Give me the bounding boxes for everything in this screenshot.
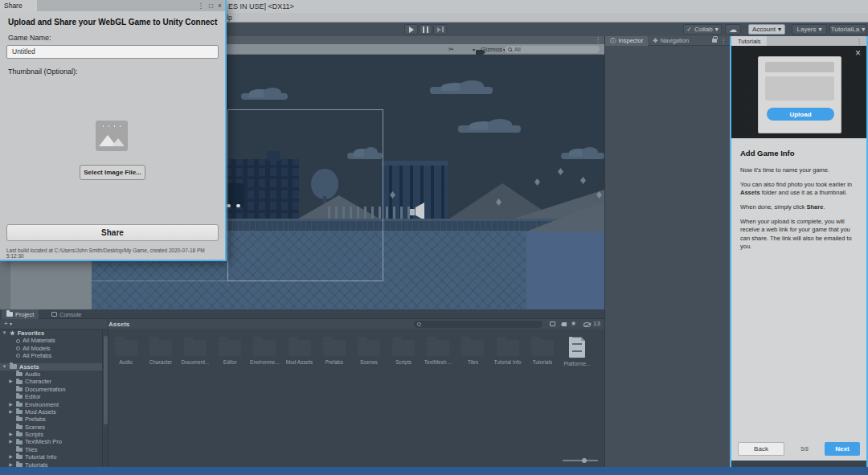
- share-button[interactable]: Share: [6, 224, 219, 241]
- tree-favorites[interactable]: ▼ ★ Favorites: [0, 330, 102, 337]
- search-icon: [16, 346, 20, 350]
- tab-project-label: Project: [15, 311, 34, 318]
- folder-icon: [16, 440, 23, 444]
- tree-item-documentation[interactable]: Documentation: [0, 386, 102, 393]
- tree-item-prefabs[interactable]: Prefabs: [0, 416, 102, 423]
- folder-icon: [10, 364, 17, 369]
- scene-tools-icon[interactable]: ✂: [448, 46, 454, 53]
- status-bar: [0, 467, 868, 475]
- layers-dropdown[interactable]: Layers ▾: [792, 24, 827, 35]
- icon-size-slider[interactable]: [563, 460, 598, 461]
- asset-platformer-file[interactable]: Platforme...: [559, 335, 594, 366]
- chevron-right-icon[interactable]: ▶: [8, 438, 14, 445]
- game-name-input[interactable]: Untitled: [6, 45, 219, 59]
- asset-textmesh[interactable]: TextMesh ...: [421, 335, 456, 366]
- tree-item-label: Scripts: [25, 431, 43, 438]
- tree-assets-root[interactable]: ▼ Assets: [0, 363, 102, 371]
- tab-project[interactable]: Project: [2, 309, 39, 319]
- tree-item-scenes[interactable]: Scenes: [0, 424, 102, 431]
- chevron-right-icon[interactable]: ▶: [8, 461, 14, 467]
- asset-editor[interactable]: Editor: [213, 335, 248, 366]
- back-button[interactable]: Back: [738, 442, 784, 456]
- tree-assets-label: Assets: [19, 363, 39, 371]
- collab-dropdown[interactable]: ✓ Collab ▾: [683, 24, 722, 35]
- panel-menu-icon[interactable]: ⋮: [853, 38, 867, 45]
- step-button[interactable]: [433, 24, 447, 35]
- slider-thumb[interactable]: [582, 458, 587, 463]
- play-button[interactable]: [404, 24, 418, 35]
- chevron-right-icon[interactable]: ▶: [8, 378, 14, 385]
- asset-environment[interactable]: Environme...: [248, 335, 282, 366]
- inspector-panel: ⓘ Inspector ✥ Navigation ⋮: [604, 36, 730, 467]
- asset-audio[interactable]: Audio: [108, 335, 143, 366]
- asset-tutorials[interactable]: Tutorials: [525, 335, 559, 366]
- folder-icon: [531, 340, 554, 356]
- tutorial-illustration-header: × Upload: [731, 46, 866, 138]
- asset-character[interactable]: Character: [143, 335, 178, 366]
- next-button[interactable]: Next: [825, 442, 860, 456]
- tree-item-tutorials[interactable]: ▶Tutorials: [0, 461, 102, 467]
- project-tab-bar: Project Console: [0, 309, 604, 319]
- chevron-down-icon[interactable]: ▾: [473, 47, 475, 52]
- inspector-tab-bar: ⓘ Inspector ✥ Navigation ⋮: [605, 36, 731, 46]
- gizmos-dropdown[interactable]: Gizmos: [481, 46, 502, 53]
- tab-inspector[interactable]: ⓘ Inspector: [605, 36, 648, 46]
- chevron-right-icon[interactable]: ▶: [8, 453, 14, 461]
- tree-item-environment[interactable]: ▶Environment: [0, 401, 102, 408]
- asset-label: Tiles: [468, 359, 478, 365]
- tab-tutorials[interactable]: Tutorials: [731, 36, 767, 46]
- asset-prefabs[interactable]: Prefabs: [317, 335, 351, 366]
- tree-item-tutorial-info[interactable]: ▶Tutorial Info: [0, 453, 102, 461]
- tree-item-all-materials[interactable]: All Materials: [0, 337, 102, 344]
- tree-item-scripts[interactable]: ▶Scripts: [0, 431, 102, 438]
- chevron-down-icon[interactable]: ▼: [2, 363, 7, 371]
- tree-item-editor[interactable]: Editor: [0, 393, 102, 400]
- folder-icon: [16, 395, 23, 399]
- chevron-right-icon[interactable]: ▶: [8, 408, 14, 416]
- project-tree: ▼ ★ Favorites All Materials All Models A…: [0, 330, 102, 467]
- folder-icon: [16, 417, 23, 421]
- tree-item-character[interactable]: ▶Character: [0, 378, 102, 385]
- asset-tiles[interactable]: Tiles: [456, 335, 490, 366]
- close-icon[interactable]: ×: [855, 47, 861, 59]
- asset-scenes[interactable]: Scenes: [351, 335, 386, 366]
- search-icon: [16, 339, 20, 343]
- share-dialog-tab[interactable]: Share: [0, 0, 37, 11]
- tree-item-audio[interactable]: Audio: [0, 371, 102, 378]
- unity-editor-window: ES IN USE] <DX11> lp ✓ Collab ▾ ☁ Accoun…: [0, 0, 868, 475]
- panel-menu-icon[interactable]: ⋮: [595, 36, 601, 43]
- chevron-right-icon[interactable]: ▶: [8, 431, 14, 438]
- pause-button[interactable]: [419, 24, 432, 35]
- maximize-icon[interactable]: □: [209, 2, 213, 10]
- asset-tutorial-info[interactable]: Tutorial Info: [490, 335, 525, 366]
- tab-console[interactable]: Console: [47, 309, 87, 319]
- account-dropdown[interactable]: Account ▾: [748, 24, 785, 35]
- chevron-right-icon[interactable]: ▶: [8, 401, 14, 408]
- tree-item-mod-assets[interactable]: ▶Mod Assets: [0, 408, 102, 416]
- tab-navigation[interactable]: ✥ Navigation: [648, 36, 694, 46]
- share-dialog-title-bar[interactable]: Share ⋮ □ ×: [0, 0, 225, 11]
- cloud-button[interactable]: ☁: [725, 24, 741, 35]
- close-icon[interactable]: ×: [218, 2, 222, 10]
- layout-dropdown[interactable]: TutorialLa ▾: [829, 24, 866, 35]
- menu-help-fragment[interactable]: lp: [227, 13, 232, 23]
- create-asset-button[interactable]: + ▾: [4, 320, 12, 327]
- tree-item-all-prefabs[interactable]: All Prefabs: [0, 352, 102, 359]
- asset-documentation[interactable]: Document...: [178, 335, 212, 366]
- tree-item-textmesh-pro[interactable]: ▶TextMesh Pro: [0, 438, 102, 445]
- scene-search-input[interactable]: All: [505, 46, 600, 53]
- tree-item-all-models[interactable]: All Models: [0, 345, 102, 352]
- asset-mod-assets[interactable]: Mod Assets: [282, 335, 317, 366]
- panel-menu-icon[interactable]: ⋮: [717, 37, 731, 44]
- plus-icon: +: [4, 320, 8, 327]
- tree-item-tiles[interactable]: Tiles: [0, 446, 102, 453]
- tree-scrollbar[interactable]: [102, 330, 108, 467]
- folder-icon: [392, 340, 415, 356]
- chevron-down-icon[interactable]: ▼: [2, 330, 7, 337]
- folder-icon: [289, 340, 311, 356]
- window-menu-icon[interactable]: ⋮: [197, 2, 204, 10]
- asset-scripts[interactable]: Scripts: [387, 335, 421, 366]
- select-image-button[interactable]: Select Image File...: [80, 165, 145, 180]
- inspector-body: [605, 46, 730, 467]
- lock-icon[interactable]: [712, 39, 717, 43]
